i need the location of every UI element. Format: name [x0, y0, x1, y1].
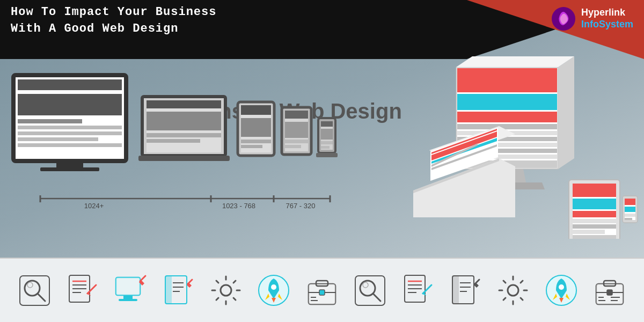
- icon-bar: [0, 258, 644, 322]
- svg-point-147: [508, 285, 518, 296]
- icon-settings-2: [492, 269, 535, 312]
- svg-marker-59: [558, 56, 574, 169]
- svg-line-131: [373, 294, 380, 301]
- icon-doc-pencil-2: [396, 269, 439, 312]
- svg-rect-31: [285, 145, 301, 148]
- svg-rect-28: [285, 111, 308, 119]
- svg-rect-76: [573, 211, 616, 217]
- icon-search-2: [348, 269, 391, 312]
- svg-rect-22: [241, 105, 271, 115]
- svg-line-154: [521, 281, 523, 283]
- svg-line-118: [233, 281, 236, 283]
- svg-rect-30: [285, 140, 308, 143]
- svg-rect-4: [18, 79, 122, 90]
- svg-rect-50: [457, 94, 557, 110]
- svg-rect-49: [457, 68, 557, 92]
- svg-line-153: [521, 298, 523, 300]
- icon-rocket-2: [540, 269, 583, 312]
- svg-rect-38: [316, 153, 338, 157]
- icon-briefcase-2: [588, 269, 631, 312]
- svg-rect-23: [241, 118, 271, 137]
- svg-marker-60: [456, 56, 574, 67]
- svg-rect-16: [147, 112, 221, 130]
- icon-book-pencil-2: [444, 269, 487, 312]
- svg-rect-86: [625, 218, 632, 220]
- svg-rect-105: [165, 276, 172, 304]
- logo-text: Hyperlink InfoSystem: [581, 7, 633, 30]
- svg-rect-18: [147, 139, 200, 143]
- icon-search: [13, 269, 56, 312]
- svg-rect-83: [625, 199, 635, 205]
- svg-text:1024+: 1024+: [84, 202, 104, 210]
- icon-rocket: [253, 269, 296, 312]
- svg-rect-77: [573, 219, 616, 223]
- svg-rect-51: [457, 112, 557, 122]
- svg-line-152: [503, 281, 506, 283]
- svg-rect-19: [138, 156, 230, 161]
- svg-text:1023 - 768: 1023 - 768: [222, 202, 255, 210]
- icon-book-pencil: [157, 269, 200, 312]
- svg-rect-126: [319, 290, 325, 295]
- svg-rect-24: [241, 140, 271, 143]
- svg-rect-162: [607, 290, 612, 295]
- svg-rect-11: [56, 161, 83, 167]
- svg-rect-5: [18, 94, 122, 115]
- icon-doc-pencil: [61, 269, 104, 312]
- svg-rect-25: [241, 145, 262, 148]
- svg-rect-79: [573, 230, 605, 234]
- svg-rect-12: [40, 167, 99, 171]
- svg-text:767 - 320: 767 - 320: [286, 202, 316, 210]
- icon-settings: [204, 269, 247, 312]
- svg-rect-52: [457, 124, 557, 129]
- svg-line-119: [216, 298, 218, 300]
- svg-rect-9: [18, 137, 98, 141]
- icon-computer-pencil: [109, 269, 152, 312]
- svg-rect-78: [573, 224, 616, 229]
- devices-svg: 1024+ 1023 - 768 767 - 320: [8, 70, 341, 236]
- svg-point-111: [221, 285, 231, 296]
- iso-devices: [408, 51, 639, 239]
- logo-area: Hyperlink InfoSystem: [550, 5, 633, 32]
- svg-rect-17: [147, 133, 221, 137]
- logo-icon: [550, 5, 577, 32]
- svg-rect-35: [321, 129, 333, 140]
- svg-point-90: [27, 282, 33, 288]
- page-title: How To Impact Your Business With A Good …: [11, 4, 216, 38]
- svg-point-121: [271, 284, 276, 290]
- flat-devices: 1024+ 1023 - 768 767 - 320: [8, 70, 341, 238]
- svg-line-117: [233, 298, 236, 300]
- svg-point-157: [559, 284, 564, 290]
- svg-point-132: [363, 282, 368, 288]
- svg-rect-100: [123, 295, 133, 299]
- svg-rect-37: [321, 146, 330, 149]
- svg-rect-6: [18, 119, 82, 123]
- svg-line-89: [38, 294, 45, 301]
- svg-rect-85: [625, 214, 635, 217]
- svg-line-155: [503, 298, 506, 300]
- svg-rect-36: [321, 141, 333, 144]
- icon-briefcase: [301, 269, 343, 312]
- svg-rect-29: [285, 122, 308, 138]
- svg-rect-7: [18, 126, 122, 129]
- iso-devices-svg: [408, 51, 639, 239]
- svg-rect-74: [573, 184, 616, 197]
- svg-rect-80: [573, 235, 616, 239]
- svg-rect-99: [116, 277, 140, 295]
- svg-rect-141: [452, 276, 459, 304]
- svg-rect-8: [18, 131, 122, 135]
- svg-rect-101: [119, 299, 137, 301]
- page-container: How To Impact Your Business With A Good …: [0, 0, 644, 322]
- svg-rect-84: [625, 207, 635, 212]
- svg-line-116: [216, 281, 218, 283]
- svg-rect-10: [18, 143, 122, 147]
- svg-rect-34: [321, 121, 333, 127]
- svg-rect-15: [147, 100, 221, 108]
- svg-rect-75: [573, 199, 616, 209]
